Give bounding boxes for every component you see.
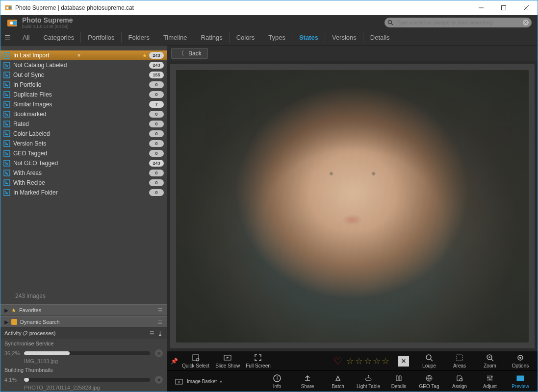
tab-all[interactable]: All <box>16 31 36 44</box>
state-icon <box>3 52 10 59</box>
details-button[interactable]: Details <box>384 374 414 389</box>
state-icon <box>3 130 10 137</box>
tab-portfolios[interactable]: Portfolios <box>81 31 121 44</box>
window-close-button[interactable] <box>515 0 538 15</box>
search-box[interactable]: ✕ <box>384 18 532 27</box>
panel-menu-icon[interactable]: ☰ <box>150 330 154 337</box>
state-row[interactable]: With Areas0 <box>0 168 167 178</box>
light-table-button[interactable]: Light Table <box>353 374 384 389</box>
state-row[interactable]: In Marked Folder0 <box>0 188 167 197</box>
svg-point-46 <box>368 375 369 376</box>
collapse-down-icon[interactable]: ⤓ <box>157 330 163 337</box>
state-label: Version Sets <box>13 140 81 147</box>
tab-folders[interactable]: Folders <box>122 31 156 44</box>
slide-show-button[interactable]: Slide Show <box>212 353 243 368</box>
activity-panel-header[interactable]: Activity (2 processes) ☰ ⤓ <box>0 328 167 339</box>
loupe-button[interactable]: Loupe <box>414 353 444 368</box>
state-row[interactable]: In Last Import▾★243 <box>0 50 167 60</box>
quick-select-button[interactable]: Quick Select <box>179 353 212 368</box>
state-row[interactable]: Out of Sync155 <box>0 70 167 80</box>
share-button[interactable]: Share <box>292 374 323 389</box>
state-label: Bookmarked <box>13 111 81 118</box>
state-row[interactable]: GEO Tagged0 <box>0 148 167 158</box>
menu-icon[interactable]: ☰ <box>4 34 11 42</box>
state-row[interactable]: Not GEO Tagged243 <box>0 158 167 168</box>
state-row[interactable]: Version Sets0 <box>0 139 167 148</box>
preview-image[interactable] <box>176 70 529 343</box>
zoom-button[interactable]: Zoom <box>475 353 505 368</box>
cancel-activity-button[interactable]: ✕ <box>155 349 163 357</box>
dynamic-search-panel-header[interactable]: ▶ Dynamic Search ☰ <box>0 316 167 328</box>
window-minimize-button[interactable] <box>470 0 492 15</box>
pin-icon[interactable]: 📌 <box>169 358 179 365</box>
tab-states[interactable]: States <box>292 31 325 44</box>
tab-timeline[interactable]: Timeline <box>156 31 194 44</box>
state-label: Out of Sync <box>13 72 81 78</box>
star-icon[interactable]: ☆ <box>346 356 354 367</box>
star-icon[interactable]: ☆ <box>355 356 363 367</box>
window-maximize-button[interactable] <box>492 0 515 15</box>
svg-point-52 <box>487 376 489 378</box>
clear-search-icon[interactable]: ✕ <box>523 20 529 25</box>
batch-button[interactable]: Batch <box>323 374 353 389</box>
star-icon[interactable]: ☆ <box>382 356 389 367</box>
svg-point-54 <box>491 376 493 377</box>
state-row[interactable]: In Portfolio0 <box>0 80 167 90</box>
svg-rect-9 <box>13 21 17 25</box>
star-icon: ★ <box>142 52 147 59</box>
panel-menu-icon[interactable]: ☰ <box>158 307 163 314</box>
caret-right-icon: ▶ <box>4 319 8 325</box>
adjust-button[interactable]: Adjust <box>475 374 505 389</box>
state-row[interactable]: Color Labeled0 <box>0 129 167 139</box>
reject-button[interactable]: ✕ <box>398 356 409 367</box>
geo-tag-button[interactable]: GEO Tag <box>414 374 444 389</box>
state-icon <box>3 160 10 167</box>
activity-percent: 4,1% <box>4 377 24 383</box>
main-area: 〈 Back 📌 Quick Select <box>167 46 538 392</box>
cancel-activity-button[interactable]: ✕ <box>155 376 163 384</box>
state-label: With Recipe <box>13 179 81 186</box>
preview-button[interactable]: Preview <box>505 374 536 389</box>
tab-versions[interactable]: Versions <box>325 31 363 44</box>
activity-sync: Synchronise Service 36,2% ✕ IMG_3183.jpg <box>0 339 167 365</box>
activity-thumbnails: Building Thumbnails 4,1% ✕ PHOTO_2017011… <box>0 365 167 392</box>
rating-stars[interactable]: ☆ ☆ ☆ ☆ ☆ <box>346 356 389 367</box>
tab-ratings[interactable]: Ratings <box>194 31 230 44</box>
state-row[interactable]: Not Catalog Labeled243 <box>0 60 167 70</box>
back-button[interactable]: 〈 Back <box>171 48 208 59</box>
chevron-down-icon[interactable]: ▾ <box>77 52 80 59</box>
tab-details[interactable]: Details <box>363 31 397 44</box>
state-row[interactable]: Rated0 <box>0 119 167 129</box>
window-title: Photo Supreme | database photosupreme.ca… <box>15 4 134 11</box>
state-icon <box>3 81 10 88</box>
back-label: Back <box>188 50 202 57</box>
search-input[interactable] <box>396 20 523 25</box>
svg-point-1 <box>6 7 8 9</box>
state-row[interactable]: Bookmarked0 <box>0 109 167 119</box>
tab-types[interactable]: Types <box>261 31 292 44</box>
svg-point-31 <box>426 355 431 360</box>
star-icon[interactable]: ☆ <box>364 356 372 367</box>
assign-button[interactable]: Assign <box>444 374 475 389</box>
state-row[interactable]: Duplicate Files0 <box>0 90 167 99</box>
state-row[interactable]: Similar Images7 <box>0 99 167 109</box>
image-basket-button[interactable]: 0 Image Basket ▾ <box>169 377 225 386</box>
activity-filename: IMG_3183.jpg <box>4 358 163 364</box>
info-button[interactable]: i Info <box>262 374 292 389</box>
chevron-left-icon: 〈 <box>178 49 184 58</box>
state-row[interactable]: With Recipe0 <box>0 178 167 188</box>
favorite-heart-icon[interactable]: ♡ <box>333 355 342 367</box>
tab-categories[interactable]: Categories <box>36 31 81 44</box>
full-screen-button[interactable]: Full Screen <box>243 353 274 368</box>
state-icon <box>3 62 10 69</box>
options-button[interactable]: Options <box>505 353 536 368</box>
star-icon[interactable]: ☆ <box>373 356 381 367</box>
progress-bar <box>24 351 150 355</box>
areas-button[interactable]: Areas <box>444 353 475 368</box>
panel-menu-icon[interactable]: ☰ <box>158 319 163 325</box>
tab-colors[interactable]: Colors <box>230 31 262 44</box>
state-label: Similar Images <box>13 101 81 108</box>
state-label: Not Catalog Labeled <box>13 62 81 69</box>
state-label: Rated <box>13 121 81 127</box>
favorites-panel-header[interactable]: ▶ ★ Favorites ☰ <box>0 304 167 316</box>
